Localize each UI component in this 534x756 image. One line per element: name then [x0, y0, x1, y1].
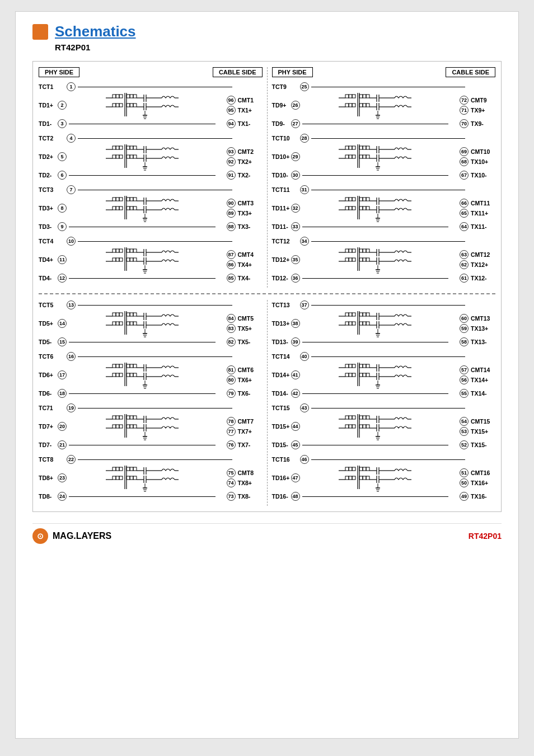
svg-rect-36: [116, 155, 119, 158]
tx-plus-label: TX8+: [238, 480, 263, 486]
svg-rect-225: [366, 258, 369, 261]
svg-rect-7: [119, 104, 123, 107]
tx-plus-label: TX16+: [471, 480, 495, 486]
tct-label: TCT6: [39, 353, 67, 360]
svg-rect-163: [359, 155, 363, 158]
svg-rect-72: [133, 198, 137, 201]
tct-label: TCT12: [272, 238, 300, 245]
tct-label: TCT1: [39, 83, 67, 90]
svg-rect-41: [130, 146, 133, 149]
svg-rect-130: [359, 95, 363, 98]
td-plus-label: TD11+: [272, 205, 291, 212]
svg-rect-281: [130, 364, 133, 368]
td-plus-row: TD11+32: [272, 195, 496, 222]
logo-icon: [32, 24, 48, 40]
tx-plus-label: TX3+: [238, 210, 263, 217]
signal-group: TCT37TD3+8: [39, 185, 263, 232]
svg-rect-154: [352, 146, 355, 149]
td-minus-row: TD9-2770TX9-: [272, 119, 496, 129]
cmt-label: CMT9: [471, 97, 495, 104]
svg-rect-341: [130, 467, 133, 471]
signal-group: TCT1337TD13+38: [272, 300, 496, 347]
svg-rect-456: [349, 476, 352, 480]
svg-rect-275: [113, 373, 116, 377]
signal-group: TCT1131TD11+32: [272, 185, 496, 232]
td-plus-label: TD8+: [39, 475, 58, 481]
tct-label: TCT15: [272, 405, 300, 411]
svg-rect-334: [119, 467, 123, 471]
right-phy-header: PHY SIDE: [272, 67, 313, 77]
svg-rect-192: [366, 198, 369, 201]
td-minus-row: TD6-1879TX6-: [39, 388, 263, 398]
top-section: PHY SIDE CABLE SIDE TCT11TD1+2: [39, 67, 495, 288]
svg-rect-364: [352, 313, 355, 316]
svg-rect-186: [349, 206, 352, 210]
signal-group: TCT513TD5+14: [39, 300, 263, 347]
svg-rect-465: [366, 476, 369, 480]
svg-rect-253: [127, 322, 130, 325]
td-plus-label: TD14+: [272, 372, 291, 378]
td-plus-row: TD6+17: [39, 361, 263, 388]
cmt-label: CMT1: [238, 97, 263, 104]
subtitle: RT42P01: [55, 43, 502, 52]
svg-rect-185: [345, 206, 349, 210]
svg-rect-366: [349, 322, 352, 325]
tx-plus-label: TX5+: [238, 325, 263, 332]
svg-rect-404: [363, 373, 366, 377]
svg-rect-273: [116, 364, 119, 368]
svg-rect-305: [113, 425, 116, 428]
tx-minus-label: TX8-: [238, 493, 263, 500]
td-plus-row: TD14+41: [272, 361, 496, 388]
tx-minus-label: TX6-: [238, 390, 263, 397]
td-minus-label: TD11-: [272, 223, 291, 230]
td-minus-row: TD2-691TX2-: [39, 170, 263, 180]
svg-rect-277: [119, 373, 123, 377]
td-minus-label: TD13-: [272, 339, 291, 345]
tct-label: TCT3: [39, 186, 67, 193]
td-plus-row: TD3+8: [39, 195, 263, 222]
cmt-label: CMT11: [471, 200, 495, 206]
tx-minus-label: TX14-: [471, 390, 495, 397]
svg-rect-424: [352, 416, 355, 419]
svg-rect-126: [349, 104, 352, 107]
td-plus-label: TD10+: [272, 153, 291, 160]
tct-label: TCT5: [39, 302, 67, 308]
right-bottom-groups: TCT1337TD13+38: [272, 300, 496, 501]
svg-rect-37: [119, 155, 123, 158]
svg-rect-362: [345, 313, 349, 316]
tx-minus-label: TX12-: [471, 275, 495, 281]
svg-rect-303: [116, 416, 119, 419]
svg-rect-427: [352, 425, 355, 428]
svg-rect-335: [113, 476, 116, 480]
td-plus-row: TD15+44: [272, 413, 496, 440]
bottom-section: TCT513TD5+14: [39, 300, 495, 506]
svg-rect-396: [349, 373, 352, 377]
svg-rect-370: [359, 313, 363, 316]
svg-rect-40: [127, 146, 130, 149]
svg-rect-272: [113, 364, 116, 368]
svg-rect-430: [359, 416, 363, 419]
signal-group: TCT616TD6+17: [39, 351, 263, 398]
svg-rect-425: [345, 425, 349, 428]
svg-rect-62: [113, 198, 116, 201]
svg-rect-92: [113, 249, 116, 252]
svg-rect-182: [345, 198, 349, 201]
td-minus-row: TD5-1582TX5-: [39, 337, 263, 347]
td-plus-label: TD6+: [39, 372, 58, 378]
td-minus-label: TD10-: [272, 172, 291, 179]
td-plus-label: TD9+: [272, 102, 291, 109]
td-minus-label: TD12-: [272, 275, 291, 281]
svg-rect-453: [349, 467, 352, 471]
td-minus-label: TD15-: [272, 442, 291, 448]
svg-rect-6: [116, 104, 119, 107]
page: Schematics RT42P01 PHY SIDE CABLE SIDE T…: [15, 11, 519, 739]
svg-rect-313: [127, 425, 130, 428]
td-plus-row: TD10+29: [272, 143, 496, 170]
svg-rect-375: [366, 322, 369, 325]
svg-rect-274: [119, 364, 123, 368]
tct-label: TCT14: [272, 353, 300, 360]
td-plus-label: TD15+: [272, 423, 291, 430]
td-minus-label: TD4-: [39, 275, 58, 281]
svg-rect-314: [130, 425, 133, 428]
tx-plus-label: TX12+: [471, 261, 495, 268]
